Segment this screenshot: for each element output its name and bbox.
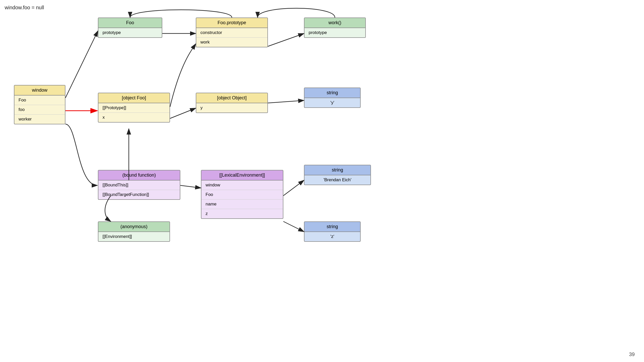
string-z-header: string: [304, 222, 360, 232]
object-foo-box: [object Foo] [[Prototype]] x: [98, 93, 170, 123]
bound-fn-box: (bound function) [[BoundThis]] [[BoundTa…: [98, 170, 180, 200]
string-brendan-header: string: [304, 165, 370, 175]
object-object-header: [object Object]: [196, 93, 267, 103]
object-object-row-y: y: [196, 103, 267, 113]
window-header: window: [14, 85, 65, 96]
lexical-env-row-name: name: [201, 200, 283, 209]
string-brendan-row: 'Brendan Eich': [304, 175, 370, 185]
lexical-env-header: [[LexicalEnvironment]]: [201, 170, 283, 180]
foo-prototype-row-work: work: [196, 38, 267, 47]
string-y-row: 'y': [304, 98, 360, 107]
page-number: 39: [629, 351, 635, 357]
work-fn-row-prototype: prototype: [304, 28, 365, 37]
foo-prototype-row-constructor: constructor: [196, 28, 267, 38]
work-fn-header: work(): [304, 18, 365, 28]
lexical-env-row-z: z: [201, 209, 283, 218]
object-foo-header: [object Foo]: [98, 93, 170, 103]
object-object-box: [object Object] y: [196, 93, 268, 113]
string-z-row: 'z': [304, 232, 360, 241]
window-row-foo: Foo: [14, 96, 65, 105]
string-y-header: string: [304, 88, 360, 98]
lexical-env-row-foo: Foo: [201, 190, 283, 200]
bound-fn-row-this: [[BoundThis]]: [98, 180, 180, 190]
anonymous-fn-header: (anonymous): [98, 222, 170, 232]
window-row-foo2: foo: [14, 105, 65, 115]
window-row-worker: worker: [14, 115, 65, 124]
foo-constructor-box: Foo prototype: [98, 18, 162, 38]
work-fn-box: work() prototype: [304, 18, 366, 38]
foo-constructor-row-prototype: prototype: [98, 28, 162, 37]
string-brendan-box: string 'Brendan Eich': [304, 165, 371, 185]
object-foo-row-x: x: [98, 113, 170, 122]
bound-fn-header: (bound function): [98, 170, 180, 180]
foo-prototype-header: Foo.prototype: [196, 18, 267, 28]
foo-prototype-box: Foo.prototype constructor work: [196, 18, 268, 47]
string-y-box: string 'y': [304, 88, 361, 108]
anonymous-fn-row-env: [[Environment]]: [98, 232, 170, 241]
bound-fn-row-target: [[BoundTargetFunction]]: [98, 190, 180, 199]
string-z-box: string 'z': [304, 221, 361, 242]
lexical-env-row-window: window: [201, 180, 283, 190]
object-foo-row-proto: [[Prototype]]: [98, 103, 170, 113]
anonymous-fn-box: (anonymous) [[Environment]]: [98, 221, 170, 242]
lexical-env-box: [[LexicalEnvironment]] window Foo name z: [201, 170, 283, 219]
page-title: window.foo = null: [5, 5, 44, 11]
window-box: window Foo foo worker: [14, 85, 65, 124]
foo-constructor-header: Foo: [98, 18, 162, 28]
